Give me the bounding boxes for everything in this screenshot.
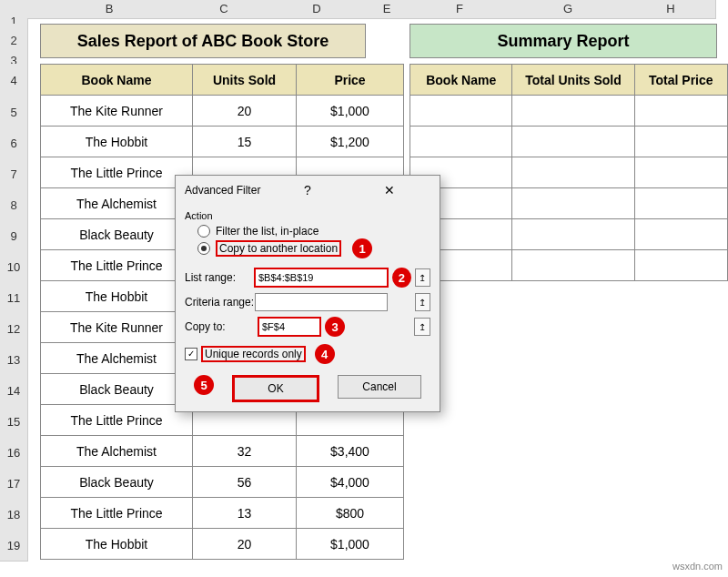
row-14[interactable]: 14 [0, 375, 28, 407]
cell[interactable]: The Little Prince [41, 498, 193, 529]
callout-3: 3 [325, 317, 345, 337]
row-15[interactable]: 15 [0, 406, 28, 438]
action-label: Action [185, 210, 430, 221]
radio-copy-label: Copy to another location [216, 240, 341, 257]
table-row[interactable]: The Kite Runner20$1,000 [41, 96, 404, 127]
cell[interactable]: Black Beauty [41, 467, 193, 498]
row-5[interactable]: 5 [0, 96, 28, 128]
copy-to-label: Copy to: [185, 320, 258, 333]
hdr-units-sold[interactable]: Units Sold [193, 65, 297, 96]
cell[interactable]: The Alchemist [41, 436, 193, 467]
table-row[interactable] [410, 157, 728, 188]
col-g[interactable]: G [510, 0, 627, 19]
unique-checkbox[interactable]: ✓ [185, 348, 197, 360]
list-range-label: List range: [185, 271, 254, 284]
title-summary-report: Summary Report [410, 24, 717, 58]
col-f[interactable]: F [410, 0, 511, 19]
cell[interactable]: $4,000 [297, 467, 404, 498]
advanced-filter-dialog: Advanced Filter ? ✕ Action Filter the li… [175, 175, 440, 412]
row-7[interactable]: 7 [0, 158, 28, 190]
row-11[interactable]: 11 [0, 282, 28, 314]
callout-4: 4 [315, 344, 335, 364]
row-19[interactable]: 19 [0, 530, 28, 562]
watermark: wsxdn.com [672, 561, 723, 572]
row-4[interactable]: 4 [0, 64, 28, 97]
table-row[interactable]: The Hobbit20$1,000 [41, 529, 404, 560]
cell[interactable]: 20 [193, 96, 297, 127]
cell[interactable]: The Kite Runner [41, 312, 193, 343]
col-c[interactable]: C [178, 0, 270, 19]
cell[interactable]: The Hobbit [41, 127, 193, 157]
table-row[interactable] [410, 250, 728, 281]
cell[interactable]: 20 [193, 529, 297, 560]
dialog-title: Advanced Filter [185, 184, 267, 197]
radio-copy-location[interactable]: Copy to another location 1 [197, 240, 430, 257]
hdr-total-price[interactable]: Total Price [634, 65, 727, 96]
radio-inplace-label: Filter the list, in-place [216, 225, 318, 238]
range-picker-icon[interactable]: ↥ [415, 293, 430, 311]
table-row[interactable]: The Little Prince13$800 [41, 498, 404, 529]
cancel-button[interactable]: Cancel [338, 375, 421, 399]
hdr-price[interactable]: Price [297, 65, 404, 96]
unique-label: Unique records only [201, 346, 306, 362]
cell[interactable]: $800 [297, 498, 404, 529]
table-row[interactable]: The Hobbit15$1,200 [41, 127, 404, 157]
table-row[interactable]: The Alchemist32$3,400 [41, 436, 404, 467]
range-picker-icon[interactable]: ↥ [415, 268, 430, 287]
close-icon[interactable]: ✕ [349, 183, 430, 197]
row-13[interactable]: 13 [0, 344, 28, 376]
hdr-book-name[interactable]: Book Name [41, 65, 193, 96]
hdr-book-name-r[interactable]: Book Name [410, 65, 512, 96]
col-h[interactable]: H [626, 0, 716, 19]
col-a-edge[interactable] [27, 0, 41, 19]
cell[interactable]: $1,000 [297, 529, 404, 560]
table-row[interactable] [410, 188, 728, 219]
cell[interactable]: $3,400 [297, 436, 404, 467]
row-6[interactable]: 6 [0, 127, 28, 159]
cell[interactable]: Black Beauty [41, 374, 193, 405]
callout-1: 1 [352, 238, 372, 258]
cell[interactable]: 13 [193, 498, 297, 529]
radio-icon [197, 242, 210, 255]
row-8[interactable]: 8 [0, 189, 28, 221]
table-row[interactable] [410, 219, 728, 250]
col-e[interactable]: E [364, 0, 410, 19]
col-b[interactable]: B [40, 0, 179, 19]
summary-table[interactable]: Book Name Total Units Sold Total Price [410, 64, 728, 281]
copy-to-input[interactable] [258, 317, 321, 337]
cell[interactable]: 56 [193, 467, 297, 498]
range-picker-icon[interactable]: ↥ [414, 318, 430, 336]
cell[interactable]: The Little Prince [41, 250, 193, 281]
cell[interactable]: The Kite Runner [41, 96, 193, 127]
cell[interactable]: The Hobbit [41, 529, 193, 560]
hdr-total-units[interactable]: Total Units Sold [512, 65, 634, 96]
cell[interactable]: The Alchemist [41, 343, 193, 374]
ok-button[interactable]: OK [232, 375, 319, 402]
criteria-range-input[interactable] [255, 293, 388, 311]
row-9[interactable]: 9 [0, 220, 28, 252]
list-range-input[interactable] [254, 268, 389, 288]
row-18[interactable]: 18 [0, 499, 28, 531]
cell[interactable]: The Alchemist [41, 188, 193, 219]
cell[interactable]: 15 [193, 127, 297, 157]
row-12[interactable]: 12 [0, 313, 28, 345]
row-2[interactable]: 2 [0, 24, 28, 57]
callout-2: 2 [392, 268, 411, 288]
cell[interactable]: $1,000 [297, 96, 404, 127]
row-16[interactable]: 16 [0, 437, 28, 469]
radio-filter-inplace[interactable]: Filter the list, in-place [197, 225, 430, 238]
cell[interactable]: The Little Prince [41, 405, 193, 436]
cell[interactable]: $1,200 [297, 127, 404, 157]
col-d[interactable]: D [269, 0, 365, 19]
table-row[interactable] [410, 127, 728, 157]
cell[interactable]: The Little Prince [41, 157, 193, 188]
callout-5: 5 [194, 375, 214, 395]
table-row[interactable] [410, 96, 728, 127]
table-row[interactable]: Black Beauty56$4,000 [41, 467, 404, 498]
row-17[interactable]: 17 [0, 468, 28, 500]
cell[interactable]: 32 [193, 436, 297, 467]
cell[interactable]: Black Beauty [41, 219, 193, 250]
row-10[interactable]: 10 [0, 251, 28, 283]
cell[interactable]: The Hobbit [41, 281, 193, 312]
help-icon[interactable]: ? [267, 183, 349, 197]
